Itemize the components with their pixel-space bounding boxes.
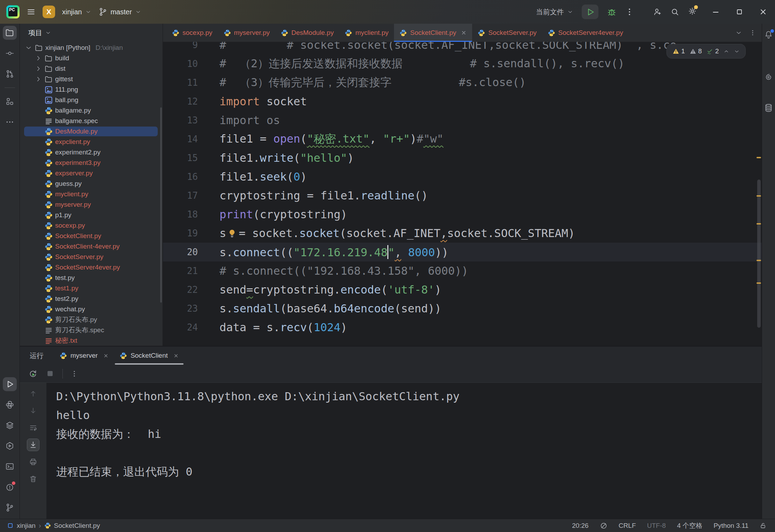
tree-item-myserver.py[interactable]: myserver.py bbox=[20, 199, 163, 210]
tree-item-build[interactable]: build bbox=[20, 53, 163, 63]
editor-tab-DesModule.py[interactable]: DesModule.py bbox=[275, 24, 339, 42]
tree-item-expserver.py[interactable]: expserver.py bbox=[20, 168, 163, 178]
stripe-mark[interactable] bbox=[757, 223, 761, 225]
editor-tab-SocketServer4ever.py[interactable]: SocketServer4ever.py bbox=[542, 24, 629, 42]
tree-item-experiment3.py[interactable]: experiment3.py bbox=[20, 158, 163, 168]
tree-item-ballgame.py[interactable]: ballgame.py bbox=[20, 105, 163, 116]
settings-button[interactable] bbox=[688, 7, 697, 17]
code-line-23[interactable]: 23s.sendall(base64.b64encode(send)) bbox=[163, 299, 762, 318]
tool-problems-button[interactable] bbox=[3, 480, 17, 494]
tree-item-p1.py[interactable]: p1.py bbox=[20, 210, 163, 220]
run-tab-SocketClient[interactable]: SocketClient bbox=[114, 347, 184, 365]
tree-item-test2.py[interactable]: test2.py bbox=[20, 294, 163, 304]
code-line-17[interactable]: 17cryptostring = file1.readline() bbox=[163, 186, 762, 205]
soft-wrap-button[interactable] bbox=[27, 422, 39, 434]
tree-item-111.png[interactable]: 111.png bbox=[20, 84, 163, 95]
highlighting-level-icon[interactable] bbox=[600, 522, 608, 530]
indent-setting[interactable]: 4 个空格 bbox=[677, 521, 702, 530]
interpreter[interactable]: Python 3.11 bbox=[714, 522, 748, 530]
tree-item-myclient.py[interactable]: myclient.py bbox=[20, 189, 163, 199]
tree-item-socexp.py[interactable]: socexp.py bbox=[20, 220, 163, 231]
tool-run-button[interactable] bbox=[3, 377, 17, 391]
tool-python-console-button[interactable] bbox=[3, 398, 17, 412]
line-ending[interactable]: CRLF bbox=[619, 522, 636, 530]
tree-item-ball.png[interactable]: ball.png bbox=[20, 95, 163, 105]
close-button[interactable] bbox=[759, 8, 767, 16]
tool-services-button[interactable] bbox=[3, 439, 17, 453]
maximize-button[interactable] bbox=[735, 8, 744, 16]
tree-item-剪刀石头布.spec[interactable]: 剪刀石头布.spec bbox=[20, 325, 163, 335]
code-line-19[interactable]: 19s= socket.socket(socket.AF_INET,socket… bbox=[163, 224, 762, 243]
minimize-button[interactable] bbox=[711, 8, 720, 16]
tree-item-gittest[interactable]: gittest bbox=[20, 74, 163, 84]
inspections-widget[interactable]: 1 8 2 bbox=[666, 44, 746, 59]
statusbar-breadcrumb[interactable]: xinjian › SocketClient.py bbox=[7, 522, 100, 530]
tool-pull-requests-button[interactable] bbox=[3, 67, 17, 81]
console-output[interactable]: D:\Python\Python3.11.8\python.exe D:\xin… bbox=[46, 383, 762, 519]
jump-up-button[interactable] bbox=[27, 388, 39, 400]
code-line-22[interactable]: 22send=cryptostring.encode('utf-8') bbox=[163, 280, 762, 299]
code-line-21[interactable]: 21# s.connect(("192.168.43.158", 6000)) bbox=[163, 261, 762, 280]
stripe-mark[interactable] bbox=[757, 282, 761, 284]
tree-item-SocketClient.py[interactable]: SocketClient.py bbox=[20, 231, 163, 241]
editor-tab-SocketServer.py[interactable]: SocketServer.py bbox=[472, 24, 542, 42]
vcs-branch-selector[interactable]: master bbox=[98, 7, 141, 16]
tool-packages-button[interactable] bbox=[3, 418, 17, 432]
tree-item-ballgame.spec[interactable]: ballgame.spec bbox=[20, 116, 163, 126]
tab-options-icon[interactable] bbox=[749, 29, 756, 36]
file-encoding[interactable]: UTF-8 bbox=[647, 522, 666, 530]
tree-item-SocketClient-4ever.py[interactable]: SocketClient-4ever.py bbox=[20, 241, 163, 252]
tree-item-experiment2.py[interactable]: experiment2.py bbox=[20, 147, 163, 158]
tool-more-button[interactable] bbox=[3, 115, 17, 129]
tool-git-button[interactable] bbox=[3, 501, 17, 515]
editor-tab-socexp.py[interactable]: socexp.py bbox=[166, 24, 218, 42]
rerun-button[interactable] bbox=[28, 369, 38, 378]
more-actions-button[interactable] bbox=[625, 7, 634, 16]
database-button[interactable] bbox=[764, 103, 773, 113]
code-line-11[interactable]: 11# （3）传输完毕后，关闭套接字 #s.close() bbox=[163, 73, 762, 92]
next-problem-icon[interactable] bbox=[734, 48, 740, 54]
stripe-mark[interactable] bbox=[757, 260, 761, 261]
lock-icon[interactable] bbox=[760, 522, 767, 529]
tree-item-expclient.py[interactable]: expclient.py bbox=[20, 137, 163, 147]
tool-terminal-button[interactable] bbox=[3, 459, 17, 473]
code-line-13[interactable]: 13import os bbox=[163, 111, 762, 130]
tree-item-guess.py[interactable]: guess.py bbox=[20, 178, 163, 189]
clear-all-button[interactable] bbox=[27, 473, 39, 485]
search-everywhere-button[interactable] bbox=[670, 7, 679, 16]
tree-item-剪刀石头布.py[interactable]: 剪刀石头布.py bbox=[20, 314, 163, 325]
scroll-to-end-button[interactable] bbox=[27, 439, 39, 451]
tool-project-button[interactable] bbox=[3, 26, 17, 40]
tree-item-test.py[interactable]: test.py bbox=[20, 273, 163, 283]
code-line-24[interactable]: 24data = s.recv(1024) bbox=[163, 318, 762, 337]
project-selector[interactable]: xinjian bbox=[62, 8, 91, 16]
stripe-mark[interactable] bbox=[757, 195, 761, 197]
project-panel-header[interactable]: 项目 bbox=[20, 24, 163, 42]
run-config-selector[interactable]: 当前文件 bbox=[536, 7, 573, 17]
code-line-20[interactable]: 20s.connect(("172.16.219.48", 8000)) bbox=[163, 243, 762, 261]
tree-item-dist[interactable]: dist bbox=[20, 63, 163, 74]
code-editor[interactable]: 9# # socket.socket(socket.AF_INET,socket… bbox=[163, 42, 762, 346]
editor-tab-myserver.py[interactable]: myserver.py bbox=[218, 24, 275, 42]
caret-position[interactable]: 20:26 bbox=[572, 522, 589, 530]
editor-tab-SocketClient.py[interactable]: SocketClient.py bbox=[394, 24, 472, 42]
tree-item-test1.py[interactable]: test1.py bbox=[20, 283, 163, 294]
jump-down-button[interactable] bbox=[27, 405, 39, 417]
code-line-15[interactable]: 15file1.write("hello") bbox=[163, 149, 762, 167]
editor-tab-myclient.py[interactable]: myclient.py bbox=[339, 24, 394, 42]
code-line-16[interactable]: 16file1.seek(0) bbox=[163, 167, 762, 186]
tree-item-DesModule.py[interactable]: DesModule.py bbox=[20, 126, 163, 137]
editor-scrollbar[interactable] bbox=[757, 180, 761, 328]
prev-problem-icon[interactable] bbox=[723, 48, 729, 54]
project-avatar[interactable]: X bbox=[43, 6, 55, 18]
stop-button[interactable] bbox=[45, 369, 55, 378]
code-with-me-button[interactable] bbox=[653, 7, 662, 16]
tree-item-SocketServer.py[interactable]: SocketServer.py bbox=[20, 252, 163, 262]
tab-list-dropdown-icon[interactable] bbox=[735, 29, 742, 36]
tree-item-SocketServer4ever.py[interactable]: SocketServer4ever.py bbox=[20, 262, 163, 273]
code-line-12[interactable]: 12import socket bbox=[163, 92, 762, 111]
run-button[interactable] bbox=[582, 5, 598, 19]
console-more-options-icon[interactable] bbox=[70, 370, 78, 378]
stripe-mark[interactable] bbox=[757, 157, 761, 158]
print-button[interactable] bbox=[27, 456, 39, 468]
